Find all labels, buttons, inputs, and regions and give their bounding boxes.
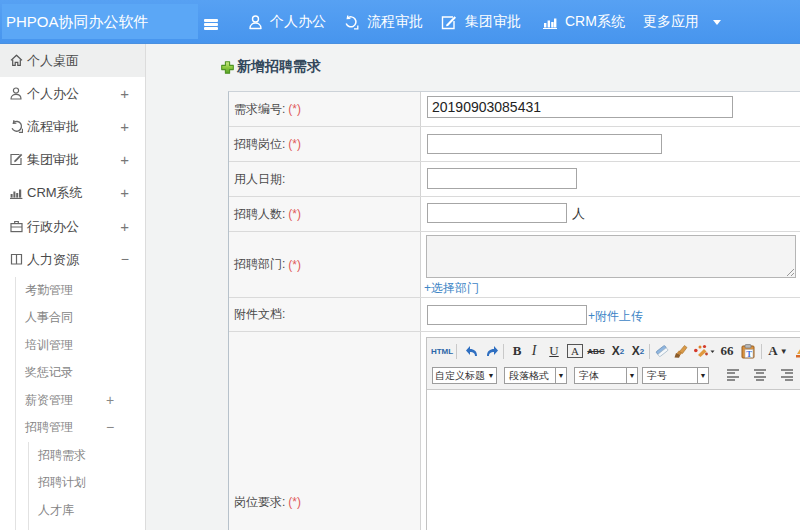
svg-text:T: T <box>746 348 752 358</box>
